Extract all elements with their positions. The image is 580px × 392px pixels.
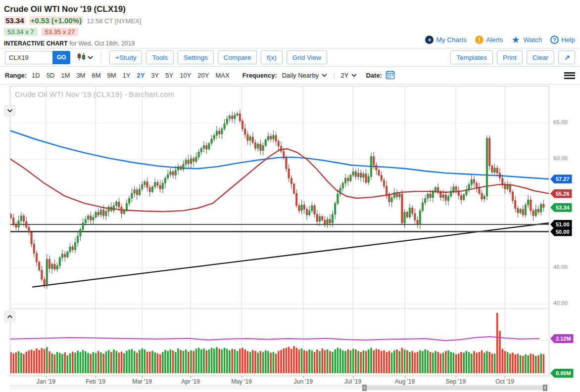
symbol-input[interactable] bbox=[5, 51, 52, 64]
range-option-9m[interactable]: 9M bbox=[107, 72, 116, 79]
price-change: +0.53 (+1.00%) bbox=[29, 16, 83, 25]
range-option-1y[interactable]: 1Y bbox=[123, 72, 131, 79]
chevron-down-icon bbox=[88, 56, 93, 59]
scrollbar-left-handle[interactable] bbox=[362, 385, 367, 391]
range-option-5y[interactable]: 5Y bbox=[165, 72, 173, 79]
x-axis-label: Mar '19 bbox=[127, 378, 157, 385]
x-axis-label: Jun '19 bbox=[289, 378, 318, 385]
x-axis-label: Sep '19 bbox=[441, 378, 471, 385]
chart-scrollbar[interactable] bbox=[10, 385, 549, 390]
range-option-max[interactable]: MAX bbox=[215, 72, 229, 79]
tools-button[interactable]: Tools bbox=[146, 50, 174, 64]
volume-panel-expand-button[interactable] bbox=[4, 311, 15, 322]
range-option-20y[interactable]: 20Y bbox=[197, 72, 209, 79]
x-axis-label: Aug '19 bbox=[390, 378, 420, 385]
compare-button[interactable]: Compare bbox=[218, 50, 257, 64]
period-dropdown[interactable]: 2Y bbox=[341, 72, 357, 79]
go-button[interactable]: GO bbox=[52, 51, 70, 64]
range-options: 1D5D1M3M6M9M1Y2Y3Y5Y10Y20YMAX bbox=[32, 72, 230, 79]
x-axis-label: Jul '19 bbox=[338, 378, 368, 385]
price-badge-50.00: 50.00 bbox=[550, 227, 572, 236]
scrollbar-right-handle[interactable] bbox=[543, 385, 547, 391]
calendar-icon[interactable] bbox=[386, 70, 395, 81]
header-link-my-charts[interactable]: +My Charts bbox=[425, 36, 467, 44]
header-link-watch[interactable]: ★Watch bbox=[511, 36, 542, 44]
volume-badge-2.12M: 2.12M bbox=[550, 334, 574, 343]
range-option-1d[interactable]: 1D bbox=[32, 72, 40, 79]
header-links: +My Charts!Alerts★Watch?Help bbox=[425, 36, 575, 44]
scrollbar-range[interactable] bbox=[365, 386, 546, 390]
frequency-value: Daily Nearby bbox=[282, 72, 319, 79]
chevron-down-icon bbox=[351, 74, 357, 77]
range-option-3m[interactable]: 3M bbox=[76, 72, 85, 79]
bid-quote: 53.34 x 7 bbox=[4, 28, 38, 36]
link-label: Help bbox=[561, 36, 575, 44]
-study-button[interactable]: +Study bbox=[109, 50, 142, 64]
frequency-dropdown[interactable]: Daily Nearby bbox=[282, 72, 327, 79]
help-icon: ? bbox=[550, 36, 559, 44]
chevron-down-icon bbox=[7, 109, 13, 113]
x-axis-label: May '19 bbox=[227, 378, 256, 385]
chart-toolbar: GO +StudyToolsSettingsComparef(x)Grid Vi… bbox=[0, 48, 580, 66]
chart-watermark: Crude Oil WTI Nov '19 (CLX19) - Barchart… bbox=[15, 90, 175, 99]
range-label: Range: bbox=[5, 72, 27, 79]
quote-time: 12:58 CT [NYMEX] bbox=[87, 17, 141, 25]
range-option-3y[interactable]: 3Y bbox=[151, 72, 159, 79]
ask-quote: 53.35 x 27 bbox=[42, 28, 79, 36]
x-axis-label: Apr '19 bbox=[176, 378, 205, 385]
header-link-alerts[interactable]: !Alerts bbox=[475, 36, 503, 44]
page-date: for Wed, Oct 16th, 2019 bbox=[69, 40, 135, 47]
range-option-10y[interactable]: 10Y bbox=[180, 72, 191, 79]
price-badge-53.34: 53.34 bbox=[550, 203, 572, 212]
divider bbox=[101, 51, 101, 63]
templates-button[interactable]: Templates bbox=[450, 50, 493, 64]
x-axis-label: Jan '19 bbox=[31, 378, 61, 385]
clear-button[interactable]: Clear bbox=[527, 50, 554, 64]
chart-type-dropdown[interactable] bbox=[77, 52, 93, 63]
range-bar: Range: 1D5D1M3M6M9M1Y2Y3Y5Y10Y20YMAX Fre… bbox=[0, 67, 580, 84]
link-label: Alerts bbox=[486, 36, 503, 44]
toolbar-left-buttons: +StudyToolsSettingsComparef(x)Grid View bbox=[109, 50, 327, 64]
page-title: Crude Oil WTI Nov '19 (CLX19) bbox=[0, 0, 580, 14]
price-badge-57.27: 57.27 bbox=[550, 174, 572, 183]
plus-circle-icon: + bbox=[425, 36, 434, 44]
chevron-down-icon bbox=[322, 74, 327, 77]
expand-chart-button[interactable]: ↗ bbox=[558, 50, 575, 64]
price-badge-55.26: 55.26 bbox=[550, 189, 572, 198]
period-value: 2Y bbox=[341, 72, 349, 79]
x-axis-label: Feb '19 bbox=[81, 378, 110, 385]
last-price: 53.34 bbox=[4, 16, 26, 25]
quote-header: Crude Oil WTI Nov '19 (CLX19) 53.34 +0.5… bbox=[0, 0, 580, 48]
y-axis-label: 65.00 bbox=[553, 119, 576, 125]
settings-button[interactable]: Settings bbox=[178, 50, 214, 64]
range-option-2y[interactable]: 2Y bbox=[137, 72, 145, 79]
range-option-6m[interactable]: 6M bbox=[92, 72, 100, 79]
divider: | bbox=[333, 72, 335, 79]
page-label: INTERACTIVE CHART bbox=[4, 40, 68, 47]
header-link-help[interactable]: ?Help bbox=[550, 36, 575, 44]
link-label: Watch bbox=[523, 36, 542, 44]
frequency-label: Frequency: bbox=[242, 72, 277, 79]
print-button[interactable]: Print bbox=[497, 50, 523, 64]
chevron-up-icon bbox=[7, 315, 13, 319]
star-icon: ★ bbox=[511, 36, 521, 44]
candlestick-chart[interactable] bbox=[10, 86, 549, 376]
link-label: My Charts bbox=[436, 36, 467, 44]
candlestick-icon bbox=[77, 52, 86, 63]
menu-icon[interactable] bbox=[564, 71, 575, 80]
grid-view-button[interactable]: Grid View bbox=[287, 50, 327, 64]
alert-icon: ! bbox=[475, 36, 483, 44]
y-axis-label: 60.00 bbox=[553, 155, 576, 161]
range-option-1m[interactable]: 1M bbox=[61, 72, 70, 79]
main-panel-collapse-button[interactable] bbox=[4, 105, 15, 116]
x-axis-label: Oct '19 bbox=[490, 378, 520, 385]
chart-module: Crude Oil WTI Nov '19 (CLX19) - Barchart… bbox=[0, 85, 580, 391]
volume-badge-0.00M: 0.00M bbox=[550, 369, 574, 378]
f-x--button[interactable]: f(x) bbox=[261, 50, 283, 64]
date-label: Date: bbox=[366, 72, 382, 79]
toolbar-right-buttons: TemplatesPrintClear bbox=[450, 50, 554, 64]
y-axis-label: 40.00 bbox=[553, 300, 576, 306]
y-axis-label: 45.00 bbox=[553, 264, 576, 270]
range-option-5d[interactable]: 5D bbox=[47, 72, 55, 79]
